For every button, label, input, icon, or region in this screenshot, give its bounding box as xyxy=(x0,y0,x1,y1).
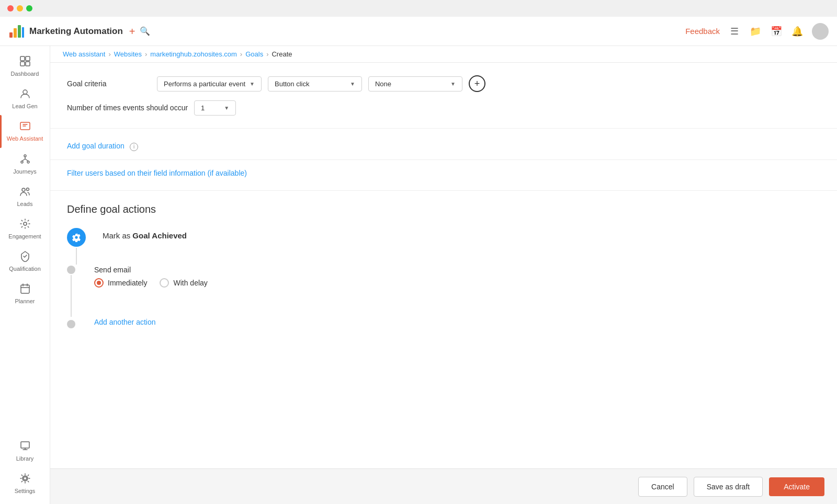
qualification-icon xyxy=(19,250,31,264)
immediately-label: Immediately xyxy=(108,279,147,287)
close-button[interactable] xyxy=(7,5,14,12)
bell-icon[interactable]: 🔔 xyxy=(791,26,804,37)
save-draft-button[interactable]: Save as draft xyxy=(694,477,763,497)
search-icon[interactable]: 🔍 xyxy=(140,26,150,36)
timeline-line-2 xyxy=(71,275,72,317)
goal-criteria-section: Goal criteria Performs a particular even… xyxy=(50,63,837,129)
add-action-row: Add another action xyxy=(84,318,156,326)
sidebar-item-dashboard[interactable]: Dashboard xyxy=(0,50,50,83)
lead-gen-icon xyxy=(19,88,31,101)
settings-icon xyxy=(19,473,31,486)
info-icon[interactable]: i xyxy=(130,143,138,151)
filter-users-button[interactable]: Filter users based on their field inform… xyxy=(67,169,247,177)
maximize-button[interactable] xyxy=(26,5,32,12)
sidebar-item-lead-gen[interactable]: Lead Gen xyxy=(0,83,50,115)
folder-icon[interactable]: 📁 xyxy=(749,26,762,37)
none-value: None xyxy=(375,80,391,88)
send-email-item: Send email Immediately With delay xyxy=(67,266,820,318)
calendar-icon[interactable]: 📅 xyxy=(770,26,783,37)
sidebar-item-settings[interactable]: Settings xyxy=(0,467,50,500)
feedback-link[interactable]: Feedback xyxy=(685,27,720,36)
goal-achieved-item: Mark as Goal Achieved xyxy=(67,228,820,266)
list-icon[interactable]: ☰ xyxy=(728,26,741,37)
breadcrumb-websites[interactable]: Websites xyxy=(114,50,142,58)
content-area: Goal criteria Performs a particular even… xyxy=(50,63,837,468)
add-criteria-button[interactable]: + xyxy=(469,75,485,92)
breadcrumb-web-assistant[interactable]: Web assistant xyxy=(63,50,105,58)
add-goal-duration-row: Add goal duration i xyxy=(67,141,820,151)
mark-as-text: Mark as xyxy=(103,231,130,240)
define-goal-actions-section: Define goal actions Mark as xyxy=(50,191,837,341)
add-goal-duration-section: Add goal duration i xyxy=(50,129,837,160)
bottom-bar: Cancel Save as draft Activate xyxy=(50,468,837,504)
minimize-button[interactable] xyxy=(17,5,23,12)
cancel-button[interactable]: Cancel xyxy=(638,477,687,497)
sidebar-label-library: Library xyxy=(16,455,34,462)
svg-point-14 xyxy=(26,188,29,190)
sidebar-label-dashboard: Dashboard xyxy=(11,71,39,77)
send-email-content: Send email Immediately With delay xyxy=(84,266,820,296)
add-action-dot xyxy=(67,320,75,328)
svg-rect-17 xyxy=(21,442,29,448)
sidebar-label-web-assistant: Web Assistant xyxy=(7,135,43,142)
svg-point-18 xyxy=(24,477,27,480)
sidebar-item-engagement[interactable]: Engagement xyxy=(0,213,50,245)
sidebar-item-planner[interactable]: Planner xyxy=(0,278,50,310)
breadcrumb-current: Create xyxy=(272,50,292,58)
filter-users-section: Filter users based on their field inform… xyxy=(50,160,837,191)
radio-group: Immediately With delay xyxy=(94,278,820,288)
with-delay-option[interactable]: With delay xyxy=(160,278,207,288)
topbar-right: Feedback ☰ 📁 📅 🔔 xyxy=(685,23,829,40)
breadcrumb-goals[interactable]: Goals xyxy=(245,50,263,58)
sidebar-item-qualification[interactable]: Qualification xyxy=(0,245,50,278)
sidebar-item-web-assistant[interactable]: Web Assistant xyxy=(0,115,50,147)
none-dropdown[interactable]: None ▼ xyxy=(368,76,462,91)
topbar: Marketing Automation + 🔍 Feedback ☰ 📁 📅 … xyxy=(0,17,837,46)
svg-rect-1 xyxy=(14,28,17,38)
goal-achieved-title: Mark as Goal Achieved xyxy=(103,231,820,240)
breadcrumb-domain[interactable]: marketinghub.zohosites.com xyxy=(150,50,236,58)
goal-criteria-label: Goal criteria xyxy=(67,79,151,88)
criteria-row: Goal criteria Performs a particular even… xyxy=(67,75,820,92)
number-dropdown[interactable]: 1 ▼ xyxy=(194,100,236,116)
svg-rect-6 xyxy=(20,62,25,66)
web-assistant-icon xyxy=(19,120,31,133)
library-icon xyxy=(19,440,31,453)
sidebar-label-leads: Leads xyxy=(17,201,33,208)
svg-rect-0 xyxy=(9,32,13,38)
click-type-value: Button click xyxy=(275,80,309,88)
event-dropdown[interactable]: Performs a particular event ▼ xyxy=(157,76,262,91)
sidebar-label-lead-gen: Lead Gen xyxy=(12,103,37,110)
sidebar-label-journeys: Journeys xyxy=(13,168,37,175)
sidebar-item-leads[interactable]: Leads xyxy=(0,180,50,213)
immediately-radio[interactable] xyxy=(94,278,104,288)
engagement-icon xyxy=(19,218,31,231)
chevron-down-icon: ▼ xyxy=(250,81,255,87)
sidebar-item-library[interactable]: Library xyxy=(0,435,50,467)
svg-rect-4 xyxy=(20,56,25,61)
add-button[interactable]: + xyxy=(129,26,135,37)
add-goal-duration-button[interactable]: Add goal duration xyxy=(67,142,125,150)
add-another-action-button[interactable]: Add another action xyxy=(94,318,156,326)
goal-achieved-content: Mark as Goal Achieved xyxy=(94,228,820,253)
timeline: Mark as Goal Achieved Send email xyxy=(67,228,820,328)
svg-rect-2 xyxy=(18,25,21,38)
number-value: 1 xyxy=(201,104,205,112)
with-delay-radio[interactable] xyxy=(160,278,169,288)
svg-point-15 xyxy=(24,222,27,225)
chevron-down-icon: ▼ xyxy=(224,105,229,111)
leads-icon xyxy=(19,186,31,199)
chevron-down-icon: ▼ xyxy=(350,81,355,87)
sidebar-item-journeys[interactable]: Journeys xyxy=(0,148,50,180)
activate-button[interactable]: Activate xyxy=(769,477,824,496)
journeys-icon xyxy=(19,153,31,166)
send-email-title: Send email xyxy=(94,266,820,274)
main-layout: Dashboard Lead Gen Web Assistant Journey… xyxy=(0,46,837,504)
dashboard-icon xyxy=(19,55,31,68)
avatar[interactable] xyxy=(812,23,829,40)
svg-point-13 xyxy=(22,188,25,191)
immediately-option[interactable]: Immediately xyxy=(94,278,147,288)
click-type-dropdown[interactable]: Button click ▼ xyxy=(268,76,362,91)
sidebar: Dashboard Lead Gen Web Assistant Journey… xyxy=(0,46,50,504)
app-title: Marketing Automation xyxy=(29,26,123,37)
